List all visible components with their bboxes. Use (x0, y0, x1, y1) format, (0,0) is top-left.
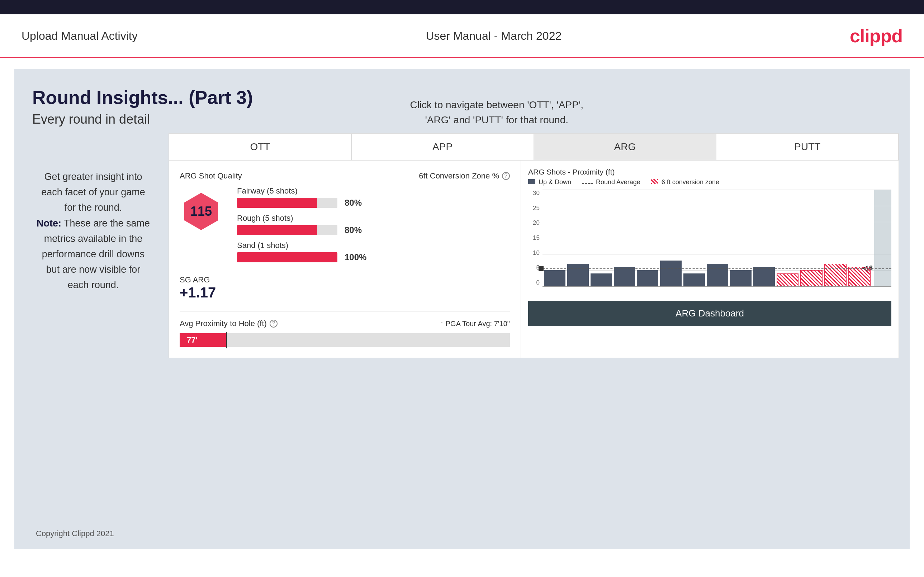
chart-bar-9 (730, 270, 751, 286)
top-bar (0, 0, 924, 15)
chart-bar-2 (567, 264, 589, 286)
header: Upload Manual Activity User Manual - Mar… (0, 15, 924, 58)
pga-avg-label: ↑ PGA Tour Avg: 7'10" (440, 320, 510, 328)
shot-rows: Fairway (5 shots) 80% Rough (5 shots) (237, 186, 510, 268)
proximity-label: Avg Proximity to Hole (ft) ? (179, 319, 278, 328)
bar-fairway (237, 198, 317, 208)
shot-row-rough: Rough (5 shots) 80% (237, 214, 510, 235)
chart-bar-4 (614, 267, 635, 286)
badge-row: 115 Fairway (5 shots) 80% (179, 186, 510, 268)
legend-round-avg: Round Average (582, 179, 640, 186)
tab-arg[interactable]: ARG (534, 134, 716, 160)
legend-round-avg-icon (582, 183, 593, 184)
shot-row-fairway: Fairway (5 shots) 80% (237, 186, 510, 208)
chart-bar-10 (753, 267, 775, 286)
tab-ott[interactable]: OTT (169, 134, 351, 160)
bars-container (543, 190, 872, 286)
conversion-label: 6ft Conversion Zone % ? (419, 171, 510, 181)
tab-app[interactable]: APP (351, 134, 534, 160)
arg-dashboard-button[interactable]: ARG Dashboard (528, 301, 892, 326)
chart-bar-8 (707, 264, 728, 286)
left-panel: ARG Shot Quality 6ft Conversion Zone % ?… (169, 161, 521, 358)
chart-bar-7 (683, 274, 705, 286)
annotation-text: Click to navigate between 'OTT', 'APP','… (410, 97, 583, 127)
shot-quality-label: ARG Shot Quality (179, 171, 242, 181)
tall-bar (874, 190, 892, 286)
proximity-help-icon[interactable]: ? (270, 320, 278, 327)
legend-up-down: Up & Down (528, 179, 571, 186)
card-body: ARG Shot Quality 6ft Conversion Zone % ?… (169, 161, 898, 358)
right-panel: ARG Shots - Proximity (ft) Up & Down Rou… (521, 161, 898, 358)
chart-bar-3 (591, 274, 612, 286)
dashed-line-label: ◁ 8 (862, 264, 873, 272)
legend-up-down-icon (528, 179, 535, 184)
proximity-value: 77' (187, 335, 197, 345)
logo: clippd (850, 25, 903, 47)
help-icon[interactable]: ? (502, 172, 510, 180)
hexagon-badge: 115 (179, 190, 223, 233)
sg-row: SG ARG +1.17 (179, 275, 510, 301)
chart-bar-hatch-3 (824, 264, 846, 286)
left-description: Get greater insight into each facet of y… (36, 169, 150, 293)
badge-number: 115 (191, 204, 212, 219)
insights-card: OTT APP ARG PUTT ARG Shot Quality 6ft Co… (168, 133, 899, 358)
legend-conversion: 6 ft conversion zone (651, 179, 719, 186)
chart-bar-5 (637, 270, 658, 286)
chart-legend: Up & Down Round Average 6 ft conversion … (528, 179, 892, 186)
y-axis: 30 25 20 15 10 5 0 (528, 190, 541, 286)
legend-conversion-icon (651, 179, 658, 184)
chart-bar-6 (660, 261, 682, 286)
chart-bar-1 (544, 270, 565, 286)
footer-copyright: Copyright Clippd 2021 (36, 529, 114, 538)
proximity-section: Avg Proximity to Hole (ft) ? ↑ PGA Tour … (179, 311, 510, 347)
proximity-bar: 77' (179, 333, 510, 347)
chart-bar-hatch-1 (777, 274, 799, 286)
chart-bar-hatch-2 (800, 270, 822, 286)
document-title: User Manual - March 2022 (426, 29, 562, 43)
dashed-diamond (538, 266, 544, 271)
proximity-cursor (226, 332, 227, 348)
shot-row-sand: Sand (1 shots) 100% (237, 241, 510, 262)
tab-putt[interactable]: PUTT (716, 134, 898, 160)
proximity-header: Avg Proximity to Hole (ft) ? ↑ PGA Tour … (179, 319, 510, 328)
page-title: Upload Manual Activity (21, 29, 138, 43)
bar-rough (237, 225, 317, 235)
chart-area: 30 25 20 15 10 5 0 (528, 190, 892, 297)
chart-title: ARG Shots - Proximity (ft) (528, 168, 892, 176)
tab-row: OTT APP ARG PUTT (169, 134, 898, 161)
dashed-avg-line: ◁ 8 (543, 268, 892, 269)
bar-sand (237, 252, 338, 262)
main-content: Round Insights... (Part 3) Every round i… (15, 69, 909, 549)
